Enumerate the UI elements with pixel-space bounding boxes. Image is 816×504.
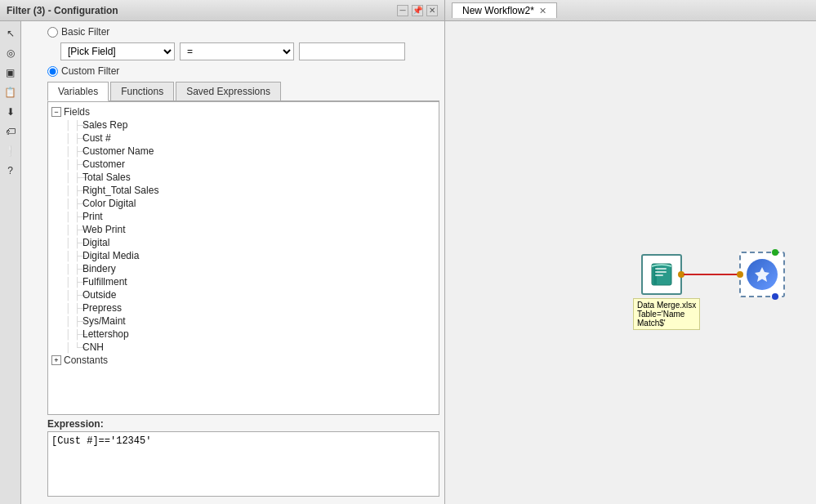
svg-marker-5 — [755, 267, 769, 282]
list-item[interactable]: │ ├─ Customer Name — [63, 145, 435, 158]
custom-filter-row: Custom Filter — [47, 65, 439, 77]
exclaim-icon[interactable]: ❕ — [2, 142, 20, 160]
constants-label: Constants — [64, 355, 108, 366]
connection-line — [684, 274, 739, 275]
panel-title: Filter (3) - Configuration — [7, 5, 118, 16]
workflow-tab-label: New Workflow2* — [462, 5, 534, 16]
list-item[interactable]: │ ├─ Sales Rep — [63, 118, 435, 132]
constants-expander[interactable]: + — [51, 355, 61, 365]
filter-node[interactable] — [739, 252, 785, 297]
titlebar-controls: ─ 📌 ✕ — [397, 5, 438, 16]
list-item[interactable]: │ ├─ Prepress — [63, 301, 435, 314]
expression-textarea[interactable] — [47, 431, 439, 497]
filter-symbol-icon — [753, 265, 771, 283]
list-item[interactable]: │ ├─ Outside — [63, 288, 435, 301]
tooltip-line3: Match$' — [637, 319, 696, 328]
tree-container: − Fields │ ├─ Sales Rep │ ├─ Cust # — [47, 101, 439, 415]
list-item[interactable]: │ ├─ Web Print — [63, 223, 435, 236]
circle-icon[interactable]: ◎ — [2, 44, 20, 62]
data-merge-node[interactable]: Data Merge.xlsx Table='Name Match$' — [641, 254, 682, 295]
close-button[interactable]: ✕ — [426, 5, 438, 16]
filter-inner-icon — [747, 259, 778, 290]
custom-filter-label: Custom Filter — [61, 65, 119, 77]
workflow-titlebar: New Workflow2* ✕ — [445, 0, 816, 21]
port-left — [737, 271, 743, 278]
basic-filter-row: Basic Filter — [47, 26, 439, 38]
doc-icon[interactable]: 📋 — [2, 83, 20, 101]
arrow-down-icon[interactable]: ⬇ — [2, 103, 20, 121]
svg-rect-4 — [655, 274, 663, 276]
tab-variables[interactable]: Variables — [47, 82, 109, 101]
book-icon — [647, 260, 676, 289]
list-item[interactable]: │ ├─ Right_Total Sales — [63, 184, 435, 197]
tab-saved-expressions[interactable]: Saved Expressions — [176, 82, 281, 100]
tag-icon[interactable]: 🏷 — [2, 123, 20, 140]
tree-constants-root[interactable]: + Constants — [51, 354, 435, 367]
value-input[interactable] — [299, 42, 405, 60]
fields-label: Fields — [64, 106, 90, 118]
custom-filter-radio[interactable] — [47, 66, 58, 77]
list-item[interactable]: │ ├─ Lettershop — [63, 328, 435, 341]
port-bottom — [772, 293, 778, 300]
port-top — [772, 249, 778, 256]
list-item[interactable]: │ ├─ Fulfillment — [63, 275, 435, 288]
custom-filter-radio-label[interactable]: Custom Filter — [47, 65, 119, 77]
tree-fields-root[interactable]: − Fields — [51, 105, 435, 118]
tooltip-line1: Data Merge.xlsx — [637, 301, 696, 310]
tooltip-line2: Table='Name — [637, 310, 696, 319]
list-item[interactable]: │ ├─ Digital — [63, 236, 435, 249]
list-item[interactable]: │ ├─ Sys/Maint — [63, 314, 435, 328]
operator-picker[interactable]: = — [180, 42, 294, 60]
workflow-panel: New Workflow2* ✕ — [445, 0, 816, 504]
filter-panel: Filter (3) - Configuration ─ 📌 ✕ ↖ ◎ ▣ 📋… — [0, 0, 445, 504]
filter-titlebar: Filter (3) - Configuration ─ 📌 ✕ — [0, 0, 444, 21]
sidebar-icons: ↖ ◎ ▣ 📋 ⬇ 🏷 ❕ ? — [0, 21, 21, 504]
tab-functions[interactable]: Functions — [110, 82, 174, 100]
list-item[interactable]: │ ├─ Total Sales — [63, 171, 435, 184]
tab-close-button[interactable]: ✕ — [539, 6, 546, 16]
list-item[interactable]: │ ├─ Customer — [63, 158, 435, 171]
basic-filter-radio[interactable] — [47, 27, 58, 38]
workflow-tab[interactable]: New Workflow2* ✕ — [452, 2, 557, 18]
workflow-canvas: Data Merge.xlsx Table='Name Match$' — [445, 21, 816, 504]
basic-filter-fields-row: [Pick Field] = — [47, 42, 439, 60]
svg-rect-2 — [655, 268, 667, 270]
filter-content: Basic Filter [Pick Field] = Custom Filte… — [42, 21, 444, 504]
list-item[interactable]: │ ├─ Digital Media — [63, 249, 435, 262]
list-item[interactable]: │ ├─ Bindery — [63, 262, 435, 275]
question-icon[interactable]: ? — [2, 162, 20, 180]
list-item[interactable]: │ ├─ Color Digital — [63, 197, 435, 210]
data-merge-icon-box — [641, 254, 682, 295]
arrow-icon[interactable]: ↖ — [2, 25, 20, 42]
tabs-container: Variables Functions Saved Expressions — [47, 82, 439, 101]
pin-button[interactable]: 📌 — [412, 5, 423, 16]
field-picker[interactable]: [Pick Field] — [60, 42, 175, 60]
expression-label: Expression: — [47, 418, 439, 430]
block-icon[interactable]: ▣ — [2, 64, 20, 82]
basic-filter-label: Basic Filter — [61, 26, 109, 38]
svg-rect-3 — [655, 271, 667, 273]
list-item[interactable]: │ └─ CNH — [63, 341, 435, 354]
list-item[interactable]: │ ├─ Print — [63, 210, 435, 223]
fields-expander[interactable]: − — [51, 107, 61, 117]
filter-icon-box — [739, 252, 785, 297]
expression-section: Expression: — [47, 418, 439, 499]
list-item[interactable]: │ ├─ Cust # — [63, 132, 435, 145]
basic-filter-radio-label[interactable]: Basic Filter — [47, 26, 109, 38]
minimize-button[interactable]: ─ — [397, 5, 408, 16]
node-tooltip: Data Merge.xlsx Table='Name Match$' — [633, 298, 700, 330]
fields-children: │ ├─ Sales Rep │ ├─ Cust # │ ├─ Customer… — [51, 118, 435, 354]
